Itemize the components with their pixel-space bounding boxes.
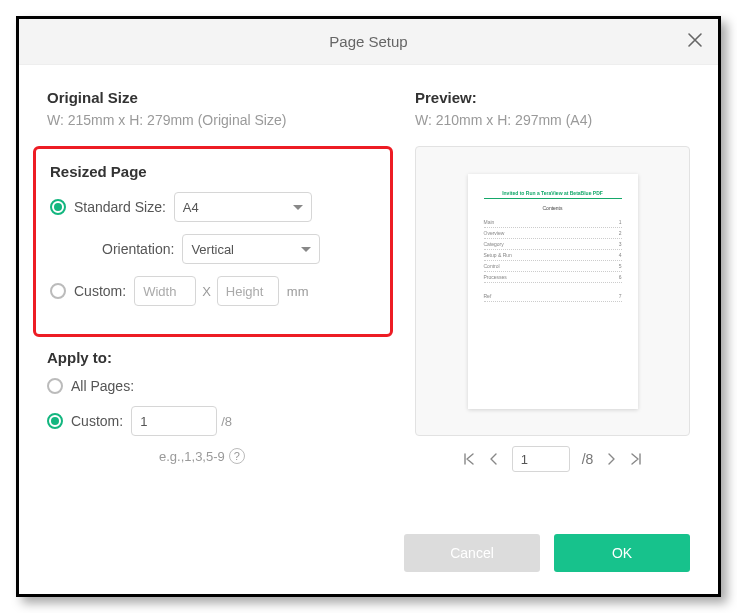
titlebar: Page Setup	[19, 19, 718, 65]
left-panel: Original Size W: 215mm x H: 279mm (Origi…	[47, 89, 387, 520]
pages-hint-text: e.g.,1,3,5-9	[159, 449, 225, 464]
custom-pages-label: Custom:	[71, 413, 123, 429]
standard-size-label: Standard Size:	[74, 199, 166, 215]
help-icon[interactable]: ?	[229, 448, 245, 464]
pager-input[interactable]	[512, 446, 570, 472]
resized-page-section: Resized Page Standard Size: A4 Orientati…	[33, 146, 393, 337]
content: Original Size W: 215mm x H: 279mm (Origi…	[19, 65, 718, 534]
unit-label: mm	[287, 284, 309, 299]
page-setup-dialog: Page Setup Original Size W: 215mm x H: 2…	[16, 16, 721, 597]
standard-size-radio[interactable]	[50, 199, 66, 215]
pages-hint: e.g.,1,3,5-9 ?	[159, 448, 387, 464]
ok-button[interactable]: OK	[554, 534, 690, 572]
right-panel: Preview: W: 210mm x H: 297mm (A4) Invite…	[415, 89, 690, 520]
orientation-select[interactable]: Vertical	[182, 234, 320, 264]
apply-to-heading: Apply to:	[47, 349, 387, 366]
pager-total: /8	[582, 451, 594, 467]
custom-pages-radio[interactable]	[47, 413, 63, 429]
orientation-value: Vertical	[191, 242, 234, 257]
all-pages-row: All Pages:	[47, 378, 387, 394]
preview-page: Invited to Run a TeraView at BetaBlue PD…	[468, 174, 638, 409]
chevron-down-icon	[293, 205, 303, 210]
apply-to-section: Apply to: All Pages: Custom: /8 e.g.,1,3…	[47, 349, 387, 464]
all-pages-label: All Pages:	[71, 378, 134, 394]
resized-page-heading: Resized Page	[50, 163, 374, 180]
custom-size-label: Custom:	[74, 283, 126, 299]
standard-size-row: Standard Size: A4	[50, 192, 374, 222]
standard-size-select[interactable]: A4	[174, 192, 312, 222]
orientation-row: Orientation: Vertical	[102, 234, 374, 264]
all-pages-radio[interactable]	[47, 378, 63, 394]
preview-text: W: 210mm x H: 297mm (A4)	[415, 112, 690, 128]
custom-pages-row: Custom: /8	[47, 406, 387, 436]
preview-heading: Preview:	[415, 89, 690, 106]
first-page-icon[interactable]	[462, 452, 476, 466]
chevron-down-icon	[301, 247, 311, 252]
custom-pages-total: /8	[221, 414, 232, 429]
last-page-icon[interactable]	[629, 452, 643, 466]
dialog-title: Page Setup	[329, 33, 407, 50]
prev-page-icon[interactable]	[488, 453, 500, 465]
orientation-label: Orientation:	[102, 241, 174, 257]
preview-page-subheader: Contents	[484, 205, 622, 211]
x-separator: X	[202, 284, 211, 299]
original-size-heading: Original Size	[47, 89, 387, 106]
pager: /8	[415, 446, 690, 472]
standard-size-value: A4	[183, 200, 199, 215]
preview-frame: Invited to Run a TeraView at BetaBlue PD…	[415, 146, 690, 436]
preview-page-header: Invited to Run a TeraView at BetaBlue PD…	[484, 190, 622, 199]
custom-pages-input[interactable]	[131, 406, 217, 436]
original-size-text: W: 215mm x H: 279mm (Original Size)	[47, 112, 387, 128]
cancel-button[interactable]: Cancel	[404, 534, 540, 572]
custom-size-row: Custom: X mm	[50, 276, 374, 306]
custom-width-input[interactable]	[134, 276, 196, 306]
custom-size-radio[interactable]	[50, 283, 66, 299]
next-page-icon[interactable]	[605, 453, 617, 465]
footer: Cancel OK	[19, 534, 718, 594]
close-icon[interactable]	[686, 31, 704, 49]
custom-height-input[interactable]	[217, 276, 279, 306]
